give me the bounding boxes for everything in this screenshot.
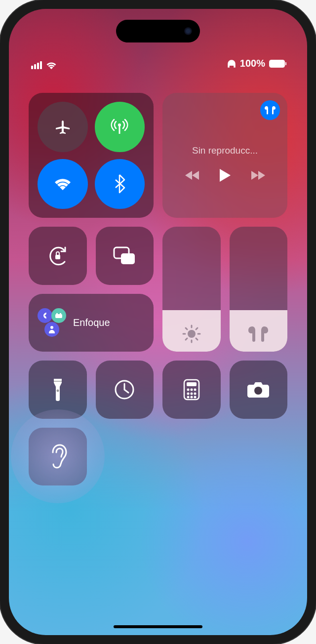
svg-point-32 — [254, 387, 262, 395]
camera-button[interactable] — [230, 361, 288, 419]
svg-rect-22 — [187, 382, 197, 386]
svg-rect-1 — [119, 126, 120, 134]
wifi-icon — [46, 61, 57, 69]
airplane-mode-button[interactable] — [38, 102, 88, 152]
svg-rect-2 — [55, 255, 60, 259]
svg-point-27 — [190, 392, 193, 395]
svg-rect-15 — [56, 313, 58, 315]
screen-mirroring-button[interactable] — [96, 227, 154, 285]
svg-line-13 — [196, 328, 198, 329]
svg-point-5 — [188, 330, 196, 338]
svg-point-17 — [50, 326, 53, 329]
hearing-button[interactable] — [29, 428, 87, 486]
airplane-icon — [54, 118, 72, 136]
now-playing-label: Sin reproducc... — [192, 145, 258, 156]
calculator-button[interactable] — [162, 361, 221, 419]
camera-icon — [247, 381, 270, 399]
ear-icon — [48, 443, 68, 469]
headphones-icon — [227, 59, 236, 68]
cellular-data-button[interactable] — [95, 102, 145, 152]
wifi-icon — [53, 176, 73, 191]
svg-point-25 — [194, 388, 196, 391]
svg-rect-4 — [121, 253, 135, 264]
svg-line-10 — [186, 328, 187, 329]
front-camera — [184, 27, 192, 35]
svg-line-12 — [186, 338, 187, 340]
svg-point-30 — [190, 396, 193, 398]
timer-button[interactable] — [96, 361, 154, 419]
airpods-icon — [247, 325, 269, 342]
orientation-lock-icon — [46, 244, 69, 267]
wifi-button[interactable] — [38, 159, 88, 209]
svg-point-19 — [56, 389, 59, 392]
svg-point-26 — [187, 392, 189, 395]
focus-button[interactable]: Enfoque — [29, 294, 154, 352]
play-button[interactable] — [219, 168, 232, 183]
svg-point-29 — [187, 396, 189, 398]
screen-mirroring-icon — [113, 246, 136, 266]
svg-rect-14 — [55, 314, 62, 318]
battery-icon — [269, 60, 285, 68]
airpods-icon — [264, 105, 276, 115]
focus-modes-icon — [38, 308, 66, 337]
control-center: Sin reproducc... — [29, 93, 287, 485]
svg-point-31 — [194, 396, 196, 398]
dynamic-island — [116, 20, 200, 42]
svg-rect-16 — [60, 313, 61, 315]
focus-label: Enfoque — [73, 317, 110, 328]
bluetooth-icon — [114, 174, 125, 194]
battery-percent: 100% — [240, 58, 265, 69]
home-indicator[interactable] — [114, 625, 202, 628]
svg-point-28 — [194, 392, 196, 395]
previous-track-button[interactable] — [185, 170, 200, 181]
airpods-output-badge[interactable] — [260, 100, 280, 120]
music-module[interactable]: Sin reproducc... — [162, 93, 287, 218]
orientation-lock-button[interactable] — [29, 227, 87, 285]
svg-point-24 — [190, 388, 193, 391]
flashlight-icon — [52, 378, 64, 402]
volume-slider[interactable] — [230, 227, 288, 352]
brightness-icon — [182, 324, 201, 344]
antenna-icon — [110, 117, 129, 137]
next-track-button[interactable] — [250, 170, 265, 181]
calculator-icon — [183, 379, 200, 401]
timer-icon — [114, 379, 135, 401]
cellular-signal-icon — [31, 61, 42, 69]
bluetooth-button[interactable] — [95, 159, 145, 209]
svg-line-11 — [196, 338, 198, 340]
brightness-slider[interactable] — [162, 227, 221, 352]
svg-rect-18 — [54, 381, 62, 382]
screen: 100% — [9, 9, 307, 635]
svg-point-23 — [187, 388, 189, 391]
device-frame: 100% — [0, 0, 316, 644]
connectivity-module[interactable] — [29, 93, 154, 218]
